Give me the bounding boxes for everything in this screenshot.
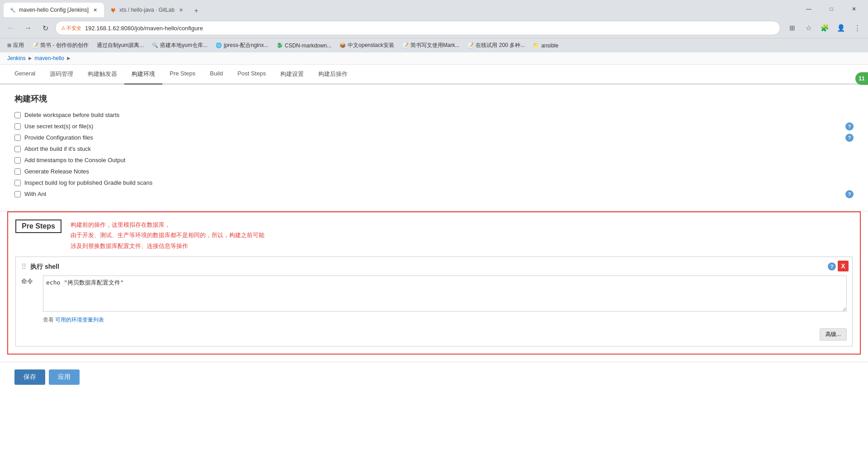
tab-triggers[interactable]: 构建触发器	[80, 65, 124, 84]
checkbox-label-2: Use secret text(s) or file(s)	[24, 123, 93, 130]
notification-badge[interactable]: 11	[855, 72, 868, 85]
breadcrumb-project[interactable]: maven-hello	[35, 55, 64, 61]
checkbox-row-5: Add timestamps to the Console Output	[14, 157, 854, 163]
checkbox-abort-stuck[interactable]	[14, 146, 21, 152]
window-controls: — □ ✕	[798, 2, 864, 16]
tab-settings[interactable]: 构建设置	[273, 65, 311, 84]
profile-icon[interactable]: 👤	[834, 21, 848, 35]
minimize-button[interactable]: —	[798, 2, 819, 16]
bookmark-mark[interactable]: 📝 简书写文使用Mark...	[399, 41, 463, 50]
bookmark-ansible[interactable]: 📁 ansible	[529, 42, 562, 50]
yum-icon: 🔍	[152, 42, 158, 48]
config-tabs: General 源码管理 构建触发器 构建环境 Pre Steps Build …	[0, 65, 868, 84]
checkbox-row-7: Inspect build log for published Gradle b…	[14, 179, 854, 186]
bookmark-csdn[interactable]: 🐉 CSDN-markdown...	[273, 42, 335, 50]
jianshu-icon: 📝	[32, 42, 38, 48]
checkbox-row-8: With Ant ?	[14, 191, 854, 197]
tab-poststeps[interactable]: Post Steps	[230, 65, 273, 84]
pre-steps-header: Pre Steps 构建前的操作，这里模拟存在数据库， 由于开发、测试、生产等环…	[15, 219, 853, 251]
forward-button[interactable]: →	[21, 21, 35, 35]
shell-info-icon[interactable]: ?	[828, 262, 836, 271]
browser-tab-1[interactable]: 🔧 maven-hello Config [Jenkins] ✕	[4, 3, 104, 17]
checkbox-release-notes[interactable]	[14, 168, 21, 175]
tab-general[interactable]: General	[7, 65, 42, 84]
toolbar-icons: ⊞ ☆ 🧩 👤 ⋮	[785, 21, 864, 35]
openstack-icon: 📦	[340, 42, 346, 48]
back-button[interactable]: ←	[4, 21, 18, 35]
ansible-icon: 📁	[533, 42, 539, 48]
bookmark-jianshu[interactable]: 📝 简书 - 创作你的创作	[28, 41, 92, 50]
close-button[interactable]: ✕	[844, 2, 864, 16]
save-button[interactable]: 保存	[14, 369, 45, 385]
tab-close-1[interactable]: ✕	[91, 6, 99, 14]
extensions-icon[interactable]: 🧩	[817, 21, 832, 35]
checkbox-label-3: Provide Configuration files	[24, 134, 93, 141]
tab-title-2: xts / hello-java · GitLab	[119, 7, 175, 13]
tab-source[interactable]: 源码管理	[42, 65, 80, 84]
jpress-icon: 🌐	[216, 42, 222, 48]
tab-title-1: maven-hello Config [Jenkins]	[19, 7, 89, 13]
tab-environment[interactable]: 构建环境	[124, 65, 162, 84]
breadcrumb: Jenkins ► maven-hello ►	[0, 52, 868, 65]
checkbox-with-ant[interactable]	[14, 191, 21, 197]
checkbox-label-7: Inspect build log for published Gradle b…	[24, 179, 152, 186]
checkbox-label-6: Generate Release Notes	[24, 168, 89, 175]
bookmark-openstack[interactable]: 📦 中文openstack安装	[336, 41, 398, 50]
apply-button[interactable]: 应用	[49, 369, 80, 385]
new-tab-button[interactable]: +	[190, 5, 203, 17]
checkbox-gradle-scans[interactable]	[14, 180, 21, 186]
checkbox-config-files[interactable]	[14, 135, 21, 141]
info-icon-8[interactable]: ?	[845, 190, 854, 198]
info-icon-2[interactable]: ?	[845, 122, 854, 131]
breadcrumb-separator-2: ►	[66, 55, 71, 61]
command-row: 命令	[21, 276, 847, 312]
breadcrumb-jenkins[interactable]: Jenkins	[7, 55, 26, 61]
build-environment-section: 构建环境 Delete workspace before build start…	[0, 84, 868, 211]
bookmark-online[interactable]: 📝 在线试用 200 多种...	[464, 41, 528, 50]
info-icon-3[interactable]: ?	[845, 134, 854, 142]
bookmarks-bar: ⊞ 应用 📝 简书 - 创作你的创作 通过自制yum源离... 🔍 搭建本地yu…	[0, 38, 868, 52]
advanced-button[interactable]: 高级...	[820, 328, 847, 341]
address-bar[interactable]: ⚠ 不安全	[55, 21, 780, 35]
advanced-row: 高级...	[21, 328, 847, 341]
shell-title: 执行 shell	[30, 263, 59, 271]
tab-build[interactable]: Build	[203, 65, 230, 84]
checkbox-timestamps[interactable]	[14, 157, 21, 163]
tab-close-2[interactable]: ✕	[177, 6, 184, 14]
shell-section: ⠿ 执行 shell X ? 命令 查看 可用的环境变量列表 高级...	[15, 257, 853, 346]
translate-icon[interactable]: ⊞	[785, 21, 799, 35]
checkbox-label-1: Delete workspace before build starts	[24, 112, 119, 118]
browser-titlebar: 🔧 maven-hello Config [Jenkins] ✕ 🦊 xts /…	[0, 0, 868, 18]
checkbox-row-3: Provide Configuration files ?	[14, 134, 854, 141]
checkbox-row-2: Use secret text(s) or file(s) ?	[14, 123, 854, 130]
bookmark-yum[interactable]: 通过自制yum源离...	[93, 41, 148, 50]
maximize-button[interactable]: □	[821, 2, 842, 16]
browser-tab-2[interactable]: 🦊 xts / hello-java · GitLab ✕	[104, 3, 190, 17]
shell-header: ⠿ 执行 shell	[21, 262, 847, 271]
pre-steps-annotation: 构建前的操作，这里模拟存在数据库， 由于开发、测试、生产等环境的数据库都不是相同…	[71, 219, 264, 251]
bottom-buttons: 保存 应用	[0, 362, 868, 392]
command-input[interactable]	[43, 276, 847, 312]
shell-delete-button[interactable]: X	[838, 261, 849, 271]
checkbox-delete-workspace[interactable]	[14, 112, 21, 118]
checkbox-row-6: Generate Release Notes	[14, 168, 854, 175]
checkbox-row-4: Abort the build if it's stuck	[14, 145, 854, 152]
tab-presteps[interactable]: Pre Steps	[162, 65, 203, 84]
checkbox-row-1: Delete workspace before build starts	[14, 112, 854, 118]
pre-steps-title: Pre Steps	[15, 219, 61, 233]
bookmark-apps[interactable]: ⊞ 应用	[4, 41, 28, 50]
env-vars-link[interactable]: 可用的环境变量列表	[55, 317, 104, 323]
menu-icon[interactable]: ⋮	[850, 21, 864, 35]
refresh-button[interactable]: ↻	[38, 21, 52, 35]
bookmark-jpress[interactable]: 🌐 jpress-配合nginx...	[212, 41, 272, 50]
checkbox-secret-text[interactable]	[14, 123, 21, 130]
tab-postbuild[interactable]: 构建后操作	[311, 65, 355, 84]
browser-window: 🔧 maven-hello Config [Jenkins] ✕ 🦊 xts /…	[0, 0, 868, 467]
address-input[interactable]	[85, 25, 774, 32]
drag-handle-icon[interactable]: ⠿	[21, 262, 27, 271]
apps-grid-icon: ⊞	[7, 42, 11, 48]
security-icon: ⚠ 不安全	[61, 25, 81, 32]
bookmark-yum2[interactable]: 🔍 搭建本地yum仓库...	[148, 41, 211, 50]
pre-steps-section: Pre Steps 构建前的操作，这里模拟存在数据库， 由于开发、测试、生产等环…	[7, 211, 861, 355]
bookmark-icon[interactable]: ☆	[801, 21, 816, 35]
